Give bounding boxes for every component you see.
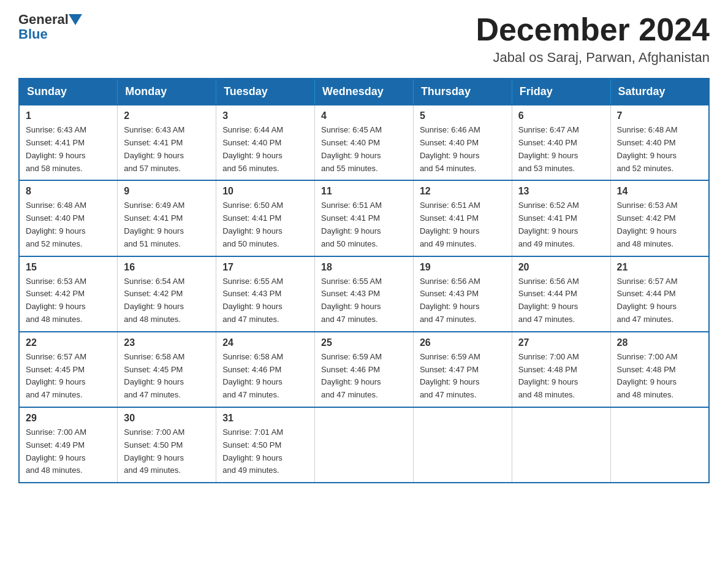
calendar-cell: 5 Sunrise: 6:46 AMSunset: 4:40 PMDayligh… [413,105,512,180]
day-info: Sunrise: 7:01 AMSunset: 4:50 PMDaylight:… [222,426,308,477]
day-number: 27 [518,337,604,348]
calendar-cell: 18 Sunrise: 6:55 AMSunset: 4:43 PMDaylig… [315,256,414,332]
header-wednesday: Wednesday [315,79,414,105]
day-number: 14 [617,186,702,197]
day-number: 10 [222,186,308,197]
day-number: 6 [518,110,604,121]
day-info: Sunrise: 6:58 AMSunset: 4:45 PMDaylight:… [124,351,210,402]
calendar-week-row: 15 Sunrise: 6:53 AMSunset: 4:42 PMDaylig… [19,256,709,332]
logo: General Blue [18,12,82,42]
logo-general: General [18,12,69,27]
calendar-cell: 16 Sunrise: 6:54 AMSunset: 4:42 PMDaylig… [118,256,216,332]
calendar-cell: 24 Sunrise: 6:58 AMSunset: 4:46 PMDaylig… [216,332,315,407]
header-sunday: Sunday [19,79,118,105]
logo-blue: Blue [18,27,48,42]
day-info: Sunrise: 7:00 AMSunset: 4:49 PMDaylight:… [26,426,111,477]
day-number: 8 [26,186,111,197]
header-monday: Monday [118,79,216,105]
day-number: 20 [518,262,604,273]
header-tuesday: Tuesday [216,79,315,105]
calendar-cell [610,407,709,483]
day-info: Sunrise: 7:00 AMSunset: 4:48 PMDaylight:… [617,351,702,402]
month-year-title: December 2024 [476,12,710,47]
calendar-cell: 26 Sunrise: 6:59 AMSunset: 4:47 PMDaylig… [413,332,512,407]
calendar-cell [315,407,414,483]
calendar-cell: 30 Sunrise: 7:00 AMSunset: 4:50 PMDaylig… [118,407,216,483]
calendar-cell: 7 Sunrise: 6:48 AMSunset: 4:40 PMDayligh… [610,105,709,180]
day-info: Sunrise: 6:46 AMSunset: 4:40 PMDaylight:… [420,124,506,175]
day-info: Sunrise: 6:57 AMSunset: 4:44 PMDaylight:… [617,275,702,326]
calendar-cell: 3 Sunrise: 6:44 AMSunset: 4:40 PMDayligh… [216,105,315,180]
day-info: Sunrise: 6:56 AMSunset: 4:43 PMDaylight:… [420,275,506,326]
day-info: Sunrise: 6:59 AMSunset: 4:47 PMDaylight:… [420,351,506,402]
calendar-cell: 27 Sunrise: 7:00 AMSunset: 4:48 PMDaylig… [512,332,610,407]
day-number: 15 [26,262,111,273]
day-number: 26 [420,337,506,348]
day-info: Sunrise: 6:43 AMSunset: 4:41 PMDaylight:… [26,124,111,175]
day-number: 11 [321,186,407,197]
calendar-cell: 14 Sunrise: 6:53 AMSunset: 4:42 PMDaylig… [610,180,709,256]
calendar-cell: 2 Sunrise: 6:43 AMSunset: 4:41 PMDayligh… [118,105,216,180]
day-number: 28 [617,337,702,348]
day-number: 17 [222,262,308,273]
calendar-cell: 12 Sunrise: 6:51 AMSunset: 4:41 PMDaylig… [413,180,512,256]
calendar-cell: 21 Sunrise: 6:57 AMSunset: 4:44 PMDaylig… [610,256,709,332]
day-info: Sunrise: 6:54 AMSunset: 4:42 PMDaylight:… [124,275,210,326]
day-number: 18 [321,262,407,273]
day-info: Sunrise: 6:48 AMSunset: 4:40 PMDaylight:… [617,124,702,175]
day-number: 5 [420,110,506,121]
calendar-table: Sunday Monday Tuesday Wednesday Thursday… [18,78,710,483]
calendar-cell: 25 Sunrise: 6:59 AMSunset: 4:46 PMDaylig… [315,332,414,407]
calendar-cell: 28 Sunrise: 7:00 AMSunset: 4:48 PMDaylig… [610,332,709,407]
day-number: 23 [124,337,210,348]
day-number: 1 [26,110,111,121]
calendar-cell: 17 Sunrise: 6:55 AMSunset: 4:43 PMDaylig… [216,256,315,332]
day-info: Sunrise: 7:00 AMSunset: 4:50 PMDaylight:… [124,426,210,477]
day-number: 7 [617,110,702,121]
day-info: Sunrise: 6:59 AMSunset: 4:46 PMDaylight:… [321,351,407,402]
day-number: 21 [617,262,702,273]
page-header: General Blue December 2024 Jabal os Sara… [18,12,710,66]
day-info: Sunrise: 6:56 AMSunset: 4:44 PMDaylight:… [518,275,604,326]
day-info: Sunrise: 6:47 AMSunset: 4:40 PMDaylight:… [518,124,604,175]
day-info: Sunrise: 6:53 AMSunset: 4:42 PMDaylight:… [26,275,111,326]
day-number: 13 [518,186,604,197]
calendar-cell: 10 Sunrise: 6:50 AMSunset: 4:41 PMDaylig… [216,180,315,256]
day-number: 9 [124,186,210,197]
calendar-cell: 8 Sunrise: 6:48 AMSunset: 4:40 PMDayligh… [19,180,118,256]
calendar-week-row: 29 Sunrise: 7:00 AMSunset: 4:49 PMDaylig… [19,407,709,483]
calendar-cell: 13 Sunrise: 6:52 AMSunset: 4:41 PMDaylig… [512,180,610,256]
day-number: 4 [321,110,407,121]
calendar-cell: 31 Sunrise: 7:01 AMSunset: 4:50 PMDaylig… [216,407,315,483]
calendar-cell: 6 Sunrise: 6:47 AMSunset: 4:40 PMDayligh… [512,105,610,180]
day-info: Sunrise: 6:55 AMSunset: 4:43 PMDaylight:… [321,275,407,326]
header-friday: Friday [512,79,610,105]
header-saturday: Saturday [610,79,709,105]
day-info: Sunrise: 6:45 AMSunset: 4:40 PMDaylight:… [321,124,407,175]
title-area: December 2024 Jabal os Saraj, Parwan, Af… [476,12,710,66]
day-info: Sunrise: 7:00 AMSunset: 4:48 PMDaylight:… [518,351,604,402]
day-number: 29 [26,413,111,424]
calendar-cell: 15 Sunrise: 6:53 AMSunset: 4:42 PMDaylig… [19,256,118,332]
svg-marker-0 [69,14,82,25]
day-number: 16 [124,262,210,273]
location-subtitle: Jabal os Saraj, Parwan, Afghanistan [476,50,710,66]
day-number: 19 [420,262,506,273]
day-number: 3 [222,110,308,121]
day-info: Sunrise: 6:50 AMSunset: 4:41 PMDaylight:… [222,199,308,250]
day-number: 30 [124,413,210,424]
day-number: 2 [124,110,210,121]
day-info: Sunrise: 6:57 AMSunset: 4:45 PMDaylight:… [26,351,111,402]
calendar-cell: 23 Sunrise: 6:58 AMSunset: 4:45 PMDaylig… [118,332,216,407]
calendar-cell [512,407,610,483]
calendar-cell: 19 Sunrise: 6:56 AMSunset: 4:43 PMDaylig… [413,256,512,332]
calendar-cell: 11 Sunrise: 6:51 AMSunset: 4:41 PMDaylig… [315,180,414,256]
day-info: Sunrise: 6:48 AMSunset: 4:40 PMDaylight:… [26,199,111,250]
day-number: 22 [26,337,111,348]
calendar-week-row: 8 Sunrise: 6:48 AMSunset: 4:40 PMDayligh… [19,180,709,256]
day-number: 24 [222,337,308,348]
calendar-cell [413,407,512,483]
calendar-week-row: 22 Sunrise: 6:57 AMSunset: 4:45 PMDaylig… [19,332,709,407]
calendar-cell: 20 Sunrise: 6:56 AMSunset: 4:44 PMDaylig… [512,256,610,332]
day-info: Sunrise: 6:52 AMSunset: 4:41 PMDaylight:… [518,199,604,250]
